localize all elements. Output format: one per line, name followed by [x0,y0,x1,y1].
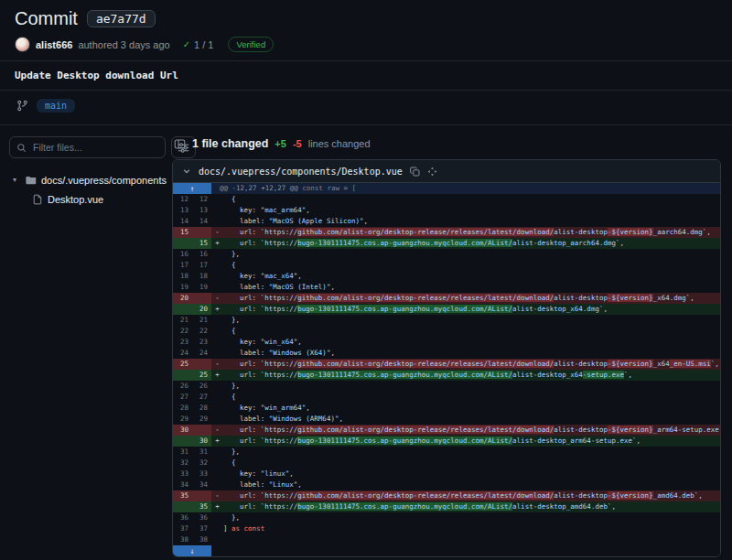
files-changed-count: 1 file changed [192,137,268,150]
old-line-number[interactable] [173,501,192,512]
new-line-number[interactable] [192,227,211,238]
new-line-number[interactable]: 20 [192,304,211,315]
diff-code: label: "MacOS (Intel)", [223,282,720,293]
new-line-number[interactable]: 30 [192,436,211,447]
old-line-number[interactable]: 24 [173,348,192,359]
new-line-number[interactable]: 22 [192,326,211,337]
new-line-number[interactable]: 15 [192,238,211,249]
old-line-number[interactable]: 22 [173,326,192,337]
diff-code: }, [223,512,720,523]
diff-marker [211,216,223,227]
new-line-number[interactable]: 25 [192,370,211,381]
diff-code: { [223,260,720,271]
expand-up-button[interactable]: ↑ [173,183,211,194]
diff-marker: - [211,490,223,501]
new-line-number[interactable]: 31 [192,447,211,458]
diff-summary-row: 1 file changed +5 -5 lines changed [174,137,725,150]
new-line-number[interactable]: 32 [192,458,211,468]
diff-code: url: `https://bugo-1301111475.cos.ap-gua… [223,501,720,512]
old-line-number[interactable]: 13 [173,205,192,216]
old-line-number[interactable]: 33 [173,468,192,479]
chevron-down-icon[interactable] [182,167,191,176]
new-line-number[interactable]: 35 [192,501,211,512]
copy-path-button[interactable] [410,167,420,177]
author-name[interactable]: alist666 [36,39,72,50]
new-line-number[interactable]: 27 [192,392,211,403]
old-line-number[interactable]: 29 [173,414,192,425]
old-line-number[interactable]: 14 [173,216,192,227]
commit-message-section: Update Desktop download Url [0,61,732,91]
new-line-number[interactable]: 16 [192,249,211,260]
new-line-number[interactable]: 19 [192,282,211,293]
new-line-number[interactable] [192,425,211,436]
old-line-number[interactable]: 15 [173,227,192,238]
old-line-number[interactable]: 20 [173,293,192,304]
old-line-number[interactable]: 36 [173,512,192,523]
avatar[interactable] [15,37,30,52]
old-line-number[interactable]: 17 [173,260,192,271]
diff-code: }, [223,381,720,392]
diff-marker [211,337,223,348]
old-line-number[interactable]: 25 [173,359,192,370]
filter-files-field[interactable] [9,136,166,158]
new-line-number[interactable]: 38 [192,534,211,545]
diff-code: url: `https://github.com/alist-org/deskt… [223,490,720,501]
new-line-number[interactable]: 28 [192,403,211,414]
diff-row: 3434 label: "Linux", [173,479,720,490]
old-line-number[interactable] [173,238,192,249]
old-line-number[interactable]: 38 [173,534,192,545]
old-line-number[interactable]: 12 [173,194,192,205]
new-line-number[interactable]: 17 [192,260,211,271]
new-line-number[interactable] [192,293,211,304]
new-line-number[interactable]: 21 [192,315,211,326]
page-title: Commit ae7a77d [15,8,717,29]
new-line-number[interactable]: 29 [192,414,211,425]
expand-diff-button[interactable] [427,167,437,177]
new-line-number[interactable]: 13 [192,205,211,216]
new-line-number[interactable]: 23 [192,337,211,348]
new-line-number[interactable]: 18 [192,271,211,282]
old-line-number[interactable]: 30 [173,425,192,436]
checks-status[interactable]: ✓ 1 / 1 [183,39,214,50]
old-line-number[interactable]: 26 [173,381,192,392]
new-line-number[interactable]: 34 [192,479,211,490]
old-line-number[interactable] [173,304,192,315]
old-line-number[interactable]: 35 [173,490,192,501]
old-line-number[interactable] [173,436,192,447]
diff-marker [211,326,223,337]
old-line-number[interactable]: 23 [173,337,192,348]
new-line-number[interactable] [192,490,211,501]
new-line-number[interactable]: 36 [192,512,211,523]
new-line-number[interactable]: 24 [192,348,211,359]
diff-code: key: "win_x64", [223,337,720,348]
new-line-number[interactable] [192,359,211,370]
new-line-number[interactable]: 26 [192,381,211,392]
verified-badge[interactable]: Verified [228,37,274,52]
file-path[interactable]: docs/.vuepress/components/Desktop.vue [199,167,403,177]
tree-item-file[interactable]: Desktop.vue [9,189,163,209]
old-line-number[interactable] [173,370,192,381]
new-line-number[interactable]: 33 [192,468,211,479]
old-line-number[interactable]: 21 [173,315,192,326]
old-line-number[interactable]: 34 [173,479,192,490]
diff-marker [211,194,223,205]
old-line-number[interactable]: 18 [173,271,192,282]
old-line-number[interactable]: 16 [173,249,192,260]
new-line-number[interactable]: 37 [192,523,211,534]
new-line-number[interactable]: 14 [192,216,211,227]
diff-row: 2727 { [173,392,720,403]
old-line-number[interactable]: 37 [173,523,192,534]
new-line-number[interactable]: 12 [192,194,211,205]
old-line-number[interactable]: 19 [173,282,192,293]
branch-chip[interactable]: main [37,99,75,113]
filter-files-input[interactable] [31,141,158,154]
old-line-number[interactable]: 28 [173,403,192,414]
tree-item-folder[interactable]: ▾docs/.vuepress/components [9,170,163,189]
old-line-number[interactable]: 27 [173,392,192,403]
diff-marker [211,392,223,403]
old-line-number[interactable]: 32 [173,458,192,468]
old-line-number[interactable]: 31 [173,447,192,458]
hide-file-tree-icon[interactable] [174,138,186,150]
expand-down-button[interactable]: ↓ [173,545,211,556]
diff-marker: - [211,293,223,304]
